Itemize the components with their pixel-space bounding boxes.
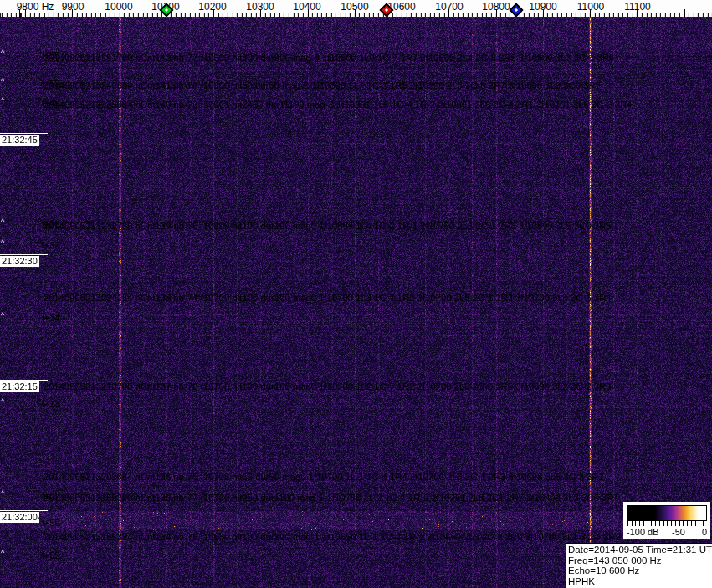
info-echo: Echo=10 600 Hz [568, 565, 712, 576]
caret-icon: ^ [38, 489, 42, 499]
caret-icon: ^ [38, 96, 42, 105]
event-edge-caret: ^ [1, 79, 4, 84]
marker-center-dot [385, 8, 388, 12]
time-tick-line [0, 510, 48, 511]
time-label: 21:32:45 [0, 135, 39, 146]
freq-label: 10400 [293, 1, 320, 13]
freq-label: 10700 [435, 1, 463, 13]
event-edge-caret: ^ [1, 399, 4, 404]
caret-icon: ^ [38, 77, 42, 86]
event-time-marker-label: t+59 [42, 518, 60, 528]
echo-log-line: 20140905213202684 hCnt136 nb-75 f10700 h… [44, 472, 604, 482]
time-label: 21:32:00 [0, 512, 39, 523]
info-station: HPHK [568, 576, 712, 587]
event-time-marker-label: t+24 [42, 313, 60, 323]
waterfall-display: 21:32:45 21:32:30 21:32:15 21:32:00 ^ ^ … [0, 17, 712, 588]
echo-log-line: 20140905213235084 hCnt140 nb-76 f10901 h… [44, 100, 632, 110]
frequency-ruler: 9800 Hz 9900 10000 10100 10200 10300 104… [0, 0, 712, 17]
session-info-box: Date=2014-09-05 Time=21:31 UTC Freq=143 … [566, 543, 712, 588]
event-edge-caret: ^ [1, 240, 4, 245]
freq-label: 10900 [529, 1, 556, 13]
time-tick-line [0, 254, 48, 255]
echo-log-line: 20140905213213780 hCnt137 nb-78 f10700 h… [44, 381, 612, 391]
event-edge-caret: ^ [1, 518, 4, 523]
echo-log-line: 20140905213159280 hCnt135 nb-77 f10750 h… [44, 493, 619, 503]
marker-center-dot [515, 8, 518, 12]
db-max-label: 0 [702, 527, 707, 537]
time-label: 21:32:15 [0, 381, 39, 392]
event-time-marker-label: t+13 [42, 399, 60, 409]
caret-icon: ^ [38, 397, 42, 406]
echo-log-line: 20140905213224184 hCnt138 nb-74 f10700 h… [44, 293, 612, 303]
event-edge-caret: ^ [1, 98, 4, 103]
echo-log-line: 20140905213251780 hCnt142 nb-77 f10500 h… [44, 53, 614, 63]
time-tick-line [0, 380, 48, 381]
freq-label: 10000 [105, 1, 132, 13]
caret-icon: ^ [38, 217, 42, 227]
color-scale-ticks [627, 521, 707, 526]
event-time-marker-label: t+55 [42, 550, 60, 560]
db-mid-label: -50 [672, 527, 685, 537]
freq-label: 10800 [482, 1, 510, 13]
caret-icon: ^ [38, 516, 42, 525]
event-time-marker: ^t+24 [38, 313, 59, 323]
echo-monitor-window: 9800 Hz 9900 10000 10100 10200 10300 104… [0, 0, 712, 588]
event-time-marker: ^t+13 [38, 399, 59, 409]
freq-label: 11000 [577, 1, 604, 13]
info-date-time: Date=2014-09-05 Time=21:31 UTC [568, 545, 712, 555]
info-frequency: Freq=143 050 000 Hz [568, 555, 712, 566]
echo-log-line: 20140905213249684 hCnt141 nb-76 f10900 h… [44, 80, 601, 90]
event-edge-caret: ^ [1, 50, 4, 55]
db-color-scale: -100 dB -50 0 [623, 502, 710, 539]
freq-label: 11100 [624, 1, 651, 13]
db-min-label: -100 dB [627, 527, 659, 537]
caret-icon: ^ [38, 311, 42, 320]
event-edge-caret: ^ [1, 491, 4, 496]
caret-icon: ^ [38, 238, 42, 248]
event-time-marker: ^t+32 [38, 240, 59, 250]
time-label: 21:32:30 [0, 256, 39, 267]
echo-log-line: 20140905213155384 hCnt134 nb-76 f10650 h… [44, 532, 621, 542]
echo-log-line: 20140905213232780 hCnt139 nb-76 f10899 h… [44, 221, 612, 231]
event-edge-caret: ^ [1, 313, 4, 318]
freq-label: 9900 [62, 1, 85, 13]
freq-label: 10200 [198, 1, 226, 13]
marker-center-dot [165, 8, 168, 12]
caret-icon: ^ [38, 49, 42, 58]
time-tick-line [0, 133, 48, 134]
freq-label: 10500 [341, 1, 368, 13]
caret-icon: ^ [38, 549, 42, 558]
freq-label: 10300 [246, 1, 274, 13]
event-edge-caret: ^ [1, 550, 4, 555]
event-time-marker: ^t+59 [38, 518, 59, 528]
event-time-marker-label: t+32 [42, 240, 60, 250]
freq-label: 9800 Hz [17, 1, 54, 13]
color-gradient-bar [627, 505, 707, 521]
event-edge-caret: ^ [1, 219, 4, 224]
event-time-marker: ^t+55 [38, 550, 59, 560]
